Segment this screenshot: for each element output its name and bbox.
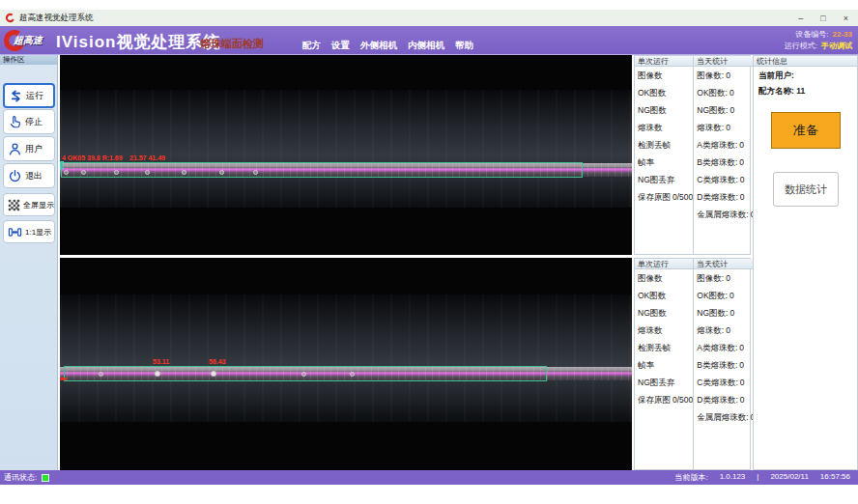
device-info: 设备编号: 22-33 运行模式: 手动调试 — [785, 29, 852, 52]
stat-value: 0 — [739, 140, 744, 150]
stat-value: 0 — [726, 325, 730, 335]
brand-logo-text: 超高速 — [14, 34, 43, 47]
window-controls: – □ × — [798, 14, 848, 23]
run-loop-icon — [9, 89, 23, 103]
stat-value: 0 — [740, 175, 745, 184]
menu-item[interactable]: 帮助 — [455, 40, 473, 52]
stat-row: D类熔珠数:0 — [694, 188, 755, 206]
edge-marker — [60, 378, 67, 380]
exit-button-label: 退出 — [25, 170, 43, 182]
stat-row: C类熔珠数:0 — [694, 171, 755, 188]
bead-marker — [219, 170, 224, 175]
close-button[interactable]: × — [844, 14, 848, 23]
stat-value: 0 — [726, 123, 730, 132]
exit-button[interactable]: 退出 — [3, 163, 55, 188]
stat-row: OK图数:0 — [694, 84, 755, 101]
bead-marker — [155, 371, 160, 377]
stat-label: B类熔珠数: — [697, 157, 737, 167]
stats-today-column: 当天统计 图像数:0 OK图数:0 NG图数:0 熔珠数:0 — [693, 56, 755, 254]
sidebar-title: 操作区 — [0, 55, 57, 65]
camera-view-top: 4 OK05 39.8 R:1.69 21.57 41.49 — [60, 55, 632, 255]
stat-row: 熔珠数:0 — [694, 119, 755, 136]
stat-label: 熔珠数: — [697, 123, 724, 132]
stat-row: NG图数 — [635, 304, 693, 322]
stat-row: OK图数:0 — [694, 287, 755, 304]
stat-value: 0 — [729, 88, 734, 98]
stat-row: 检测丢帧 — [635, 136, 693, 154]
maximize-button[interactable]: □ — [820, 14, 825, 23]
stat-value: 0 — [739, 360, 744, 370]
stat-label: NG图数: — [697, 105, 728, 115]
bead-marker — [350, 372, 355, 377]
one-to-one-icon — [8, 226, 22, 238]
stat-label: A类熔珠数: — [697, 140, 737, 150]
stats-rows: 图像数 OK图数 NG图数 熔珠数 检测丢帧 帧率 — [635, 67, 693, 206]
run-mode-value: 手动调试 — [821, 41, 852, 52]
menu-item[interactable]: 内侧相机 — [408, 40, 444, 52]
menu-item[interactable]: 外侧相机 — [360, 40, 397, 52]
bead-marker — [64, 170, 69, 175]
prepare-button[interactable]: 准备 — [771, 112, 841, 149]
stats-section-title: 当天统计 — [694, 56, 755, 67]
stat-row: 熔珠数:0 — [694, 322, 755, 339]
window-title: 超高速视觉处理系统 — [19, 13, 94, 24]
run-button[interactable]: 运行 — [3, 83, 55, 108]
comm-status-label: 通讯状态: — [4, 472, 37, 483]
app-header: 超高速 IVision视觉处理系统 熔珠端面检测 配方 设置 外侧相机 内侧相机… — [0, 26, 858, 55]
current-user-label: 当前用户: — [758, 70, 794, 80]
stat-label: 帧率 — [638, 157, 654, 167]
fullscreen-button[interactable]: 全屏显示 — [3, 193, 55, 216]
stat-label: NG图数 — [638, 308, 667, 318]
stat-row: 熔珠数 — [635, 322, 693, 339]
data-statistics-button[interactable]: 数据统计 — [773, 172, 839, 207]
stats-rows: 图像数:0 OK图数:0 NG图数:0 熔珠数:0 A类熔珠数:0 — [694, 67, 755, 223]
one-to-one-button[interactable]: 1:1显示 — [3, 220, 55, 243]
stat-row: B类熔珠数:0 — [694, 154, 755, 171]
stat-value: 0 — [739, 343, 744, 352]
measurement-annotation: 4 OK05 39.8 R:1.69 — [62, 154, 123, 161]
stat-value: 0 — [726, 70, 730, 80]
stat-label: C类熔珠数: — [697, 175, 738, 184]
bead-marker — [145, 170, 150, 175]
stat-value: 0 — [729, 308, 734, 318]
stat-label: 图像数: — [697, 70, 724, 80]
user-button-label: 用户 — [25, 143, 43, 155]
stat-row: 图像数 — [635, 67, 693, 84]
stat-row: D类熔珠数:0 — [694, 391, 755, 408]
stat-value: 0 — [739, 157, 744, 167]
stat-row: 金属屑熔珠数:0 — [694, 408, 755, 426]
stop-button-label: 停止 — [25, 116, 43, 128]
stat-label: 熔珠数 — [638, 325, 663, 335]
stat-label: NG图丢弃 — [638, 175, 674, 184]
stat-row: 帧率 — [635, 154, 693, 171]
stat-value: 0 — [740, 378, 745, 387]
stat-row: NG图数:0 — [694, 101, 755, 119]
measurement-annotation: 56.43 — [209, 358, 226, 365]
minimize-button[interactable]: – — [798, 14, 803, 23]
stat-value: 0/500 — [672, 395, 693, 405]
menu-item[interactable]: 设置 — [331, 40, 350, 52]
recipe-name-value: 11 — [796, 86, 805, 96]
brand-logo-icon: 超高速 — [2, 28, 56, 53]
device-number-value: 22-33 — [833, 29, 852, 41]
stop-button[interactable]: 停止 — [3, 109, 55, 134]
stat-label: OK图数 — [638, 291, 666, 300]
os-titlebar: 超高速视觉处理系统 – □ × — [0, 10, 858, 26]
info-panel-title: 统计信息 — [754, 56, 857, 67]
stat-row: 熔珠数 — [635, 119, 693, 136]
separator: | — [757, 472, 758, 483]
user-button[interactable]: 用户 — [3, 136, 55, 161]
stat-row: NG图丢弃 — [635, 171, 693, 188]
stat-label: C类熔珠数: — [697, 378, 738, 387]
stat-row: NG图数:0 — [694, 304, 755, 322]
stats-section-title: 单次运行 — [635, 259, 693, 269]
hand-click-icon — [8, 115, 22, 129]
version-value: 1.0.123 — [720, 472, 746, 483]
stat-row: OK图数 — [635, 287, 693, 304]
stat-row: 检测丢帧 — [635, 339, 693, 356]
stat-label: D类熔珠数: — [697, 395, 738, 405]
bead-marker — [253, 170, 258, 175]
menu-item[interactable]: 配方 — [302, 40, 321, 52]
stat-label: 检测丢帧 — [638, 140, 671, 150]
stat-label: OK图数: — [697, 88, 728, 98]
